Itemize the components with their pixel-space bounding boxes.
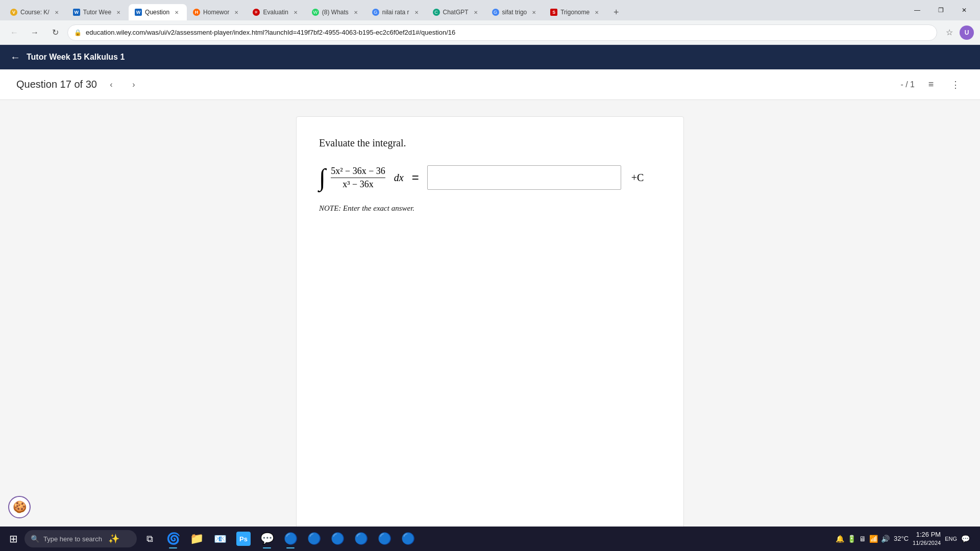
tab-label-homework: Homewor	[203, 9, 229, 16]
tab-close-whatsapp[interactable]: ✕	[352, 8, 360, 16]
taskbar-explorer[interactable]: 📁	[186, 528, 207, 549]
taskbar-taskview[interactable]: ⧉	[139, 528, 160, 549]
tab-label-tutor: Tutor Wee	[83, 9, 111, 16]
tab-chatgpt[interactable]: C ChatGPT ✕	[427, 4, 486, 20]
taskbar-chrome4[interactable]: 🔵	[350, 528, 372, 549]
next-question-button[interactable]: ›	[126, 77, 142, 93]
chrome6-icon: 🔵	[401, 532, 415, 545]
tray-wifi-icon[interactable]: 📶	[869, 535, 878, 543]
taskbar-chrome3[interactable]: 🔵	[327, 528, 348, 549]
taskview-icon: ⧉	[146, 534, 153, 544]
tab-favicon-whatsapp: W	[312, 9, 319, 16]
tab-close-google2[interactable]: ✕	[530, 8, 538, 16]
tab-favicon-google2: G	[492, 9, 499, 16]
dx-text: dx	[394, 172, 404, 184]
taskbar-discord[interactable]: 💬	[256, 528, 278, 549]
discord-icon: 💬	[260, 532, 274, 545]
more-options-button[interactable]: ⋮	[947, 77, 964, 93]
taskbar-search-placeholder: Type here to search	[43, 535, 102, 543]
reload-button[interactable]: ↻	[47, 24, 63, 41]
tab-close-question[interactable]: ✕	[173, 8, 181, 16]
prev-question-button[interactable]: ‹	[103, 77, 119, 93]
taskbar-chrome2[interactable]: 🔵	[303, 528, 325, 549]
tab-close-course[interactable]: ✕	[53, 8, 61, 16]
question-label: Question 17 of 30	[16, 79, 97, 90]
maximize-button[interactable]: ❐	[929, 2, 952, 18]
window-controls: — ❐ ✕	[905, 2, 976, 18]
question-nav-left: Question 17 of 30 ‹ ›	[16, 77, 900, 93]
tab-bar: V Course: K/ ✕ W Tutor Wee ✕ W Question …	[0, 0, 980, 20]
tab-label-question: Question	[145, 9, 169, 16]
tab-label-scribd: Trigonome	[560, 9, 590, 16]
taskbar: ⊞ 🔍 Type here to search ✨ ⧉ 🌀 📁 📧 Ps 💬 🔵…	[0, 527, 980, 551]
discord-active-indicator	[263, 547, 271, 548]
tab-close-scribd[interactable]: ✕	[593, 8, 601, 16]
edge-active-indicator	[169, 547, 177, 548]
new-tab-button[interactable]: +	[609, 5, 623, 19]
tab-whatsapp[interactable]: W (8) Whats ✕	[306, 4, 366, 20]
app-header: ← Tutor Week 15 Kalkulus 1	[0, 45, 980, 69]
chrome2-icon: 🔵	[307, 532, 321, 545]
taskbar-browser3[interactable]: 📧	[209, 528, 231, 549]
cookie-consent-icon[interactable]: 🍪	[8, 496, 31, 518]
tray-icons: 🔔 🔋 🖥 📶 🔊	[836, 535, 890, 543]
tray-notification-icon[interactable]: 🔔	[836, 535, 844, 543]
list-view-button[interactable]: ≡	[923, 77, 939, 93]
address-bar: ← → ↻ 🔒 education.wiley.com/was/ui/v2/as…	[0, 20, 980, 45]
tray-battery-icon[interactable]: 🔋	[847, 535, 856, 543]
tab-tutor-week[interactable]: W Tutor Wee ✕	[67, 4, 129, 20]
plus-c-label: +C	[631, 172, 644, 184]
profile-icon[interactable]: U	[960, 26, 974, 40]
taskbar-edge[interactable]: 🌀	[162, 528, 184, 549]
tab-course[interactable]: V Course: K/ ✕	[4, 4, 67, 20]
main-content: Evaluate the integral. ∫ 5x² − 36x − 36 …	[0, 100, 980, 551]
tray-language: ENG	[945, 536, 957, 542]
taskbar-chrome6[interactable]: 🔵	[397, 528, 419, 549]
forward-button[interactable]: →	[27, 24, 43, 41]
tab-label-eval: Evaluatin	[263, 9, 288, 16]
taskbar-photoshop[interactable]: Ps	[233, 528, 254, 549]
clock-time: 1:26 PM	[913, 530, 941, 539]
explorer-icon: 📁	[190, 532, 204, 545]
tab-label-chatgpt: ChatGPT	[443, 9, 469, 16]
start-button[interactable]: ⊞	[4, 530, 22, 548]
tab-close-tutor[interactable]: ✕	[114, 8, 122, 16]
integral-expression: ∫ 5x² − 36x − 36 x³ − 36x dx	[319, 165, 404, 190]
start-icon: ⊞	[9, 533, 18, 545]
tab-close-eval[interactable]: ✕	[291, 8, 300, 16]
url-bar[interactable]: 🔒 education.wiley.com/was/ui/v2/assessme…	[67, 24, 937, 41]
tab-label-whatsapp: (8) Whats	[322, 9, 349, 16]
sparkle-icon: ✨	[108, 533, 119, 544]
answer-input[interactable]	[427, 165, 621, 190]
tab-homework[interactable]: H Homewor ✕	[187, 4, 247, 20]
taskbar-search[interactable]: 🔍 Type here to search ✨	[24, 530, 137, 547]
question-card: Evaluate the integral. ∫ 5x² − 36x − 36 …	[296, 116, 684, 535]
tab-question[interactable]: W Question ✕	[129, 4, 187, 20]
close-button[interactable]: ✕	[952, 2, 976, 18]
tab-google2[interactable]: G sifat trigo ✕	[486, 4, 545, 20]
tab-evaluating[interactable]: ✳ Evaluatin ✕	[247, 4, 305, 20]
taskbar-chrome1[interactable]: 🔵	[280, 528, 301, 549]
system-tray: 🔔 🔋 🖥 📶 🔊 32°C 1:26 PM 11/26/2024 ENG 💬	[829, 530, 976, 547]
tray-volume-icon[interactable]: 🔊	[881, 535, 890, 543]
tab-close-chatgpt[interactable]: ✕	[472, 8, 480, 16]
integral-expression-row: ∫ 5x² − 36x − 36 x³ − 36x dx = +C	[319, 165, 661, 190]
app-back-button[interactable]: ←	[10, 52, 20, 63]
minimize-button[interactable]: —	[905, 2, 929, 18]
taskbar-chrome5[interactable]: 🔵	[374, 528, 395, 549]
tab-label-google2: sifat trigo	[502, 9, 527, 16]
tray-notifications-panel[interactable]: 💬	[961, 535, 970, 543]
tray-display-icon[interactable]: 🖥	[859, 535, 866, 543]
bookmark-button[interactable]: ☆	[941, 24, 958, 41]
system-clock[interactable]: 1:26 PM 11/26/2024	[913, 530, 941, 547]
tab-label-course: Course: K/	[20, 9, 50, 16]
tab-scribd[interactable]: S Trigonome ✕	[544, 4, 607, 20]
url-text: education.wiley.com/was/ui/v2/assessment…	[86, 29, 930, 36]
tab-close-homework[interactable]: ✕	[232, 8, 240, 16]
tab-close-google1[interactable]: ✕	[412, 8, 421, 16]
back-button[interactable]: ←	[6, 24, 22, 41]
equals-sign: =	[412, 170, 419, 185]
tab-favicon-google1: G	[372, 9, 379, 16]
tab-favicon-chatgpt: C	[433, 9, 440, 16]
tab-google1[interactable]: G nilai rata r ✕	[366, 4, 427, 20]
